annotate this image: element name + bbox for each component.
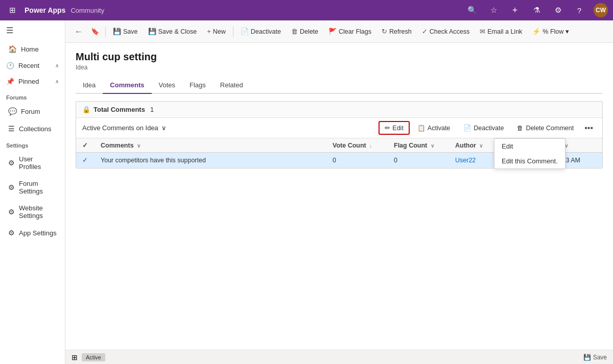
check-access-label: Check Access (430, 28, 470, 35)
delete-comment-icon: 🗑 (517, 125, 524, 132)
edit-button[interactable]: ✏ Edit (379, 121, 410, 135)
main-content: ← 🔖 💾 Save 💾 Save & Close + New 📄 Deacti… (65, 20, 613, 364)
forum-settings-icon: ⚙ (8, 183, 15, 191)
panel-header: 🔒 Total Comments 1 (76, 102, 602, 118)
add-button[interactable]: + (508, 3, 522, 17)
col-header-comments[interactable]: Comments ∨ (95, 138, 326, 153)
back-button[interactable]: ← (72, 25, 86, 38)
deactivate-icon: 📄 (241, 28, 249, 35)
collections-label: Collections (19, 125, 52, 133)
check-access-button[interactable]: ✓ Check Access (418, 26, 474, 37)
app-settings-icon: ⚙ (8, 229, 15, 237)
tab-related[interactable]: Related (213, 77, 250, 94)
tab-idea[interactable]: Idea (76, 77, 103, 94)
deactivate-button[interactable]: 📄 Deactivate (237, 26, 285, 37)
refresh-icon: ↻ (382, 28, 387, 35)
forum-label: Forum (21, 108, 40, 115)
sidebar-item-app-settings[interactable]: ⚙ App Settings (2, 225, 63, 241)
dropdown-edit[interactable]: Edit (494, 139, 565, 154)
email-link-label: Email a Link (487, 28, 522, 35)
row-check-icon: ✓ (82, 156, 88, 164)
col-comments-label: Comments (101, 142, 134, 149)
brand-logo: Power Apps (25, 6, 65, 14)
settings-button[interactable]: ⚙ (551, 3, 565, 17)
author-sort-icon: ∨ (479, 143, 483, 149)
row-check[interactable]: ✓ (76, 153, 95, 168)
sidebar-item-pinned[interactable]: 📌 Pinned ∧ (0, 74, 65, 89)
recent-chevron: ∧ (55, 63, 59, 68)
row-flag-count: 0 (388, 153, 449, 168)
expand-button[interactable]: ⊞ (72, 353, 78, 361)
save-label: Save (123, 28, 138, 35)
brand-name: Power Apps (25, 6, 65, 14)
active-comments-filter[interactable]: Active Comments on Idea ∨ (82, 124, 167, 132)
activate-label: Activate (428, 125, 450, 132)
favorite-button[interactable]: ☆ (486, 3, 501, 17)
page-area: Multi cup setting Idea Idea Comments Vot… (65, 43, 613, 350)
delete-comment-button[interactable]: 🗑 Delete Comment (511, 122, 579, 134)
total-comments-label: Total Comments (93, 106, 145, 113)
search-button[interactable]: 🔍 (465, 3, 479, 17)
sidebar-item-recent[interactable]: 🕐 Recent ∧ (0, 58, 65, 74)
delete-icon: 🗑 (291, 28, 298, 35)
total-comments-count: 1 (150, 106, 154, 113)
save-close-button[interactable]: 💾 Save & Close (144, 26, 201, 37)
flow-dropdown-icon: ▾ (565, 28, 569, 35)
bookmark-button[interactable]: 🔖 (88, 25, 102, 39)
grid-icon-button[interactable]: ⊞ (5, 3, 19, 17)
recent-label: Recent (18, 62, 39, 69)
save-close-icon: 💾 (148, 28, 156, 35)
sidebar-item-forum[interactable]: 💬 Forum (2, 103, 63, 119)
home-label: Home (21, 45, 39, 53)
statusbar-save-button[interactable]: 💾 Save (583, 354, 607, 361)
col-header-vote[interactable]: Vote Count ↓ (326, 138, 388, 153)
save-icon: 💾 (113, 28, 121, 35)
tab-comments[interactable]: Comments (103, 77, 151, 94)
filter-button[interactable]: ⚗ (529, 3, 544, 17)
avatar[interactable]: CW (594, 3, 608, 17)
sidebar-item-forum-settings[interactable]: ⚙ Forum Settings (2, 176, 63, 199)
sidebar-item-website-settings[interactable]: ⚙ Website Settings (2, 200, 63, 224)
sidebar-item-home[interactable]: 🏠 Home (2, 41, 63, 57)
status-badge: Active (82, 353, 105, 361)
new-button[interactable]: + New (203, 26, 230, 37)
community-label: Community (70, 7, 104, 14)
activate-button[interactable]: 📋 Activate (412, 122, 456, 134)
email-icon: ✉ (480, 28, 485, 35)
deactivate-comment-button[interactable]: 📄 Deactivate (458, 122, 509, 134)
dropdown-edit-comment[interactable]: Edit this Comment. (494, 154, 565, 168)
more-icon: ••• (584, 124, 593, 132)
forums-section-header: Forums (0, 89, 65, 103)
col-flag-label: Flag Count (394, 142, 427, 149)
statusbar-save-icon: 💾 (583, 354, 591, 361)
tab-votes[interactable]: Votes (152, 77, 183, 94)
vote-sort-icon: ↓ (369, 143, 372, 149)
pinned-chevron: ∧ (55, 79, 59, 84)
sidebar-item-collections[interactable]: ☰ Collections (2, 120, 63, 137)
help-button[interactable]: ? (572, 3, 586, 17)
page-title: Multi cup setting (76, 51, 603, 63)
app-settings-label: App Settings (19, 229, 57, 237)
col-header-check[interactable]: ✓ (76, 138, 95, 153)
email-link-button[interactable]: ✉ Email a Link (476, 26, 526, 37)
more-options-button[interactable]: ••• (581, 122, 596, 135)
clear-flags-button[interactable]: 🚩 Clear Flags (324, 26, 375, 37)
edit-pencil-icon: ✏ (385, 124, 390, 132)
tab-flags[interactable]: Flags (182, 77, 213, 94)
sidebar-item-user-profiles[interactable]: ⚙ User Profiles (2, 151, 63, 175)
filter-chevron: ∨ (161, 124, 167, 132)
hamburger-button[interactable]: ☰ (0, 20, 65, 40)
subheader-bar: Active Comments on Idea ∨ ✏ Edit 📋 Activ… (76, 118, 602, 138)
action-buttons: ✏ Edit 📋 Activate 📄 Deactivate 🗑 (379, 121, 596, 135)
tabs: Idea Comments Votes Flags Related (76, 77, 603, 94)
clear-flags-icon: 🚩 (328, 28, 337, 35)
delete-button[interactable]: 🗑 Delete (287, 26, 322, 37)
flow-button[interactable]: ⚡ % Flow ▾ (528, 26, 573, 37)
settings-section-header: Settings (0, 137, 65, 151)
user-profiles-label: User Profiles (19, 155, 57, 171)
refresh-button[interactable]: ↻ Refresh (378, 26, 416, 37)
home-icon: 🏠 (8, 45, 17, 53)
edit-label: Edit (392, 125, 404, 132)
save-button[interactable]: 💾 Save (109, 26, 142, 37)
col-header-flag[interactable]: Flag Count ∨ (388, 138, 449, 153)
